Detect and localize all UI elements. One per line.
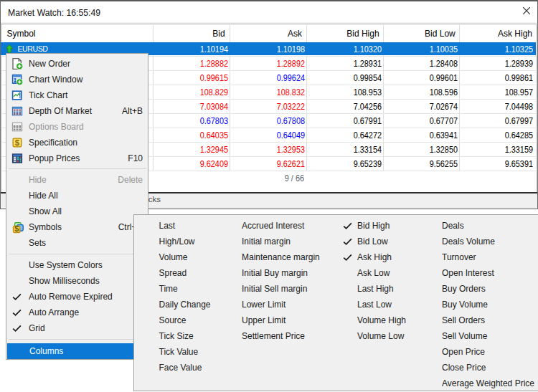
svg-text:$: $ [15,138,20,147]
svg-text:$: $ [14,224,19,233]
